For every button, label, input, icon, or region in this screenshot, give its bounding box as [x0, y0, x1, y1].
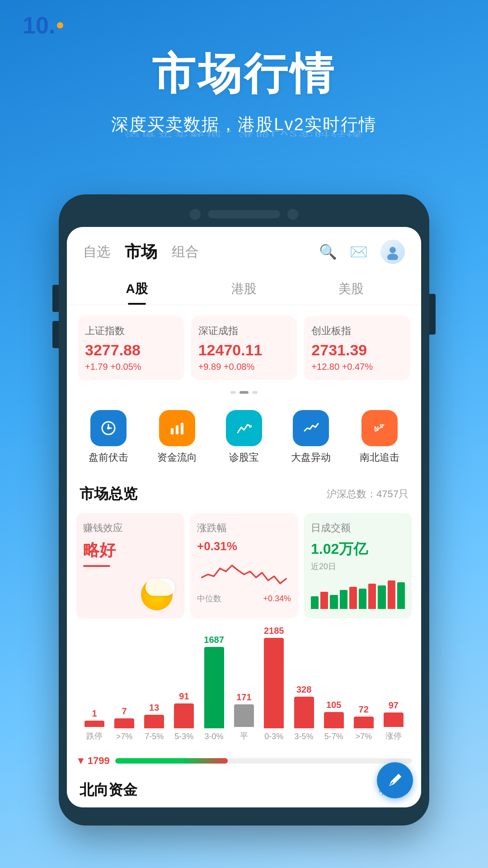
market-overview-subtitle: 沪深总数：4757只 — [327, 487, 408, 501]
market-overview-header: 市场总览 沪深总数：4757只 — [67, 477, 421, 509]
bar-label-top-5: 171 — [236, 692, 251, 703]
index-name-chinext: 创业板指 — [311, 324, 403, 338]
bar-body-2 — [144, 715, 164, 728]
vol-bar-8 — [378, 585, 385, 609]
svg-rect-4 — [171, 428, 174, 434]
power-button — [429, 294, 436, 335]
distribution-chart-section: 1跌停7>7%137-5%915-3%16873-0%171平21850-3%3… — [67, 626, 421, 750]
tool-icon-zjlx — [159, 410, 195, 446]
header-icons: 🔍 ✉️ — [319, 240, 405, 264]
logo-dot — [57, 22, 63, 28]
bar-body-1 — [114, 718, 134, 728]
fab-button[interactable] — [377, 762, 413, 798]
index-name-shenzhen: 深证成指 — [198, 324, 290, 338]
tool-nanbei[interactable]: N S 南北追击 — [360, 410, 399, 464]
vol-bar-7 — [368, 584, 376, 609]
tab-hk-shares[interactable]: 港股 — [190, 273, 297, 305]
index-value-shenzhen: 12470.11 — [198, 341, 290, 359]
tool-label-dapan: 大盘异动 — [291, 451, 331, 464]
front-sensor — [287, 209, 298, 220]
dot-2 — [239, 391, 249, 394]
tab-a-shares[interactable]: A股 — [83, 273, 190, 305]
bar-body-0 — [84, 721, 104, 727]
tool-zjlx[interactable]: 资金流向 — [157, 410, 197, 464]
bar-col-0: 1跌停 — [84, 708, 104, 741]
svg-rect-6 — [181, 423, 183, 434]
app-header: 自选 市场 组合 🔍 ✉️ — [67, 227, 421, 273]
nav-tab-portfolio[interactable]: 组合 — [172, 243, 199, 261]
tool-icon-panqian — [90, 410, 127, 446]
bar-body-8 — [324, 712, 344, 728]
phone-wrapper: 自选 市场 组合 🔍 ✉️ — [0, 194, 488, 826]
market-card-change-range[interactable]: 涨跌幅 +0.31% 中位数 +0.34% — [190, 513, 298, 618]
bar-col-1: 7>7% — [114, 706, 134, 741]
bar-body-5 — [234, 704, 254, 727]
bar-col-6: 21850-3% — [264, 626, 284, 741]
side-buttons-left — [52, 285, 59, 348]
bar-col-10: 97涨停 — [384, 700, 404, 741]
vol-bar-2 — [320, 592, 328, 609]
bar-body-7 — [294, 697, 314, 728]
index-card-shanghai[interactable]: 上证指数 3277.88 +1.79 +0.05% — [78, 316, 184, 380]
bar-label-top-2: 13 — [149, 703, 159, 713]
vol-bar-10 — [397, 582, 405, 609]
market-card-profit-effect[interactable]: 赚钱效应 略好 — [76, 513, 184, 618]
tool-zhengubao[interactable]: 诊股宝 — [226, 410, 262, 464]
tool-label-zhengubao: 诊股宝 — [229, 451, 259, 464]
bar-label-bottom-10: 涨停 — [385, 731, 402, 741]
bar-label-bottom-5: 平 — [240, 731, 248, 741]
page-dots — [67, 387, 421, 401]
dot-1 — [230, 391, 236, 394]
tool-icon-zhengubao — [226, 410, 262, 446]
index-change-shenzhen: +9.89 +0.08% — [198, 362, 290, 372]
tool-dapan[interactable]: 大盘异动 — [291, 410, 331, 464]
sun-cloud — [145, 579, 175, 596]
market-card-title-volume: 日成交额 — [311, 521, 405, 535]
bar-body-9 — [354, 717, 374, 728]
bar-label-top-10: 97 — [389, 700, 399, 711]
side-buttons-right — [429, 294, 436, 335]
index-change-shanghai: +1.79 +0.05% — [85, 362, 177, 372]
svg-point-0 — [389, 247, 396, 253]
index-change-chinext: +12.80 +0.47% — [311, 362, 403, 372]
progress-label: ▼ 1799 — [76, 755, 110, 767]
app-logo: 10. — [23, 14, 63, 37]
bar-label-top-9: 72 — [359, 704, 369, 715]
tools-row: 盘前伏击 资金流向 — [67, 401, 421, 477]
nav-tab-market[interactable]: 市场 — [125, 241, 157, 263]
svg-point-3 — [107, 427, 110, 429]
bar-label-bottom-8: 5-7% — [324, 732, 343, 741]
tool-label-panqian: 盘前伏击 — [89, 451, 128, 464]
search-icon[interactable]: 🔍 — [319, 243, 337, 260]
market-card-value-volume: 1.02万亿 — [311, 539, 405, 559]
north-capital-title: 北向资金 — [80, 780, 137, 800]
dot-3 — [252, 391, 258, 394]
index-card-shenzhen[interactable]: 深证成指 12470.11 +9.89 +0.08% — [191, 316, 297, 380]
median-row: 中位数 +0.34% — [197, 593, 291, 604]
bottom-progress: ▼ 1799 — [67, 750, 421, 771]
main-nav: 自选 市场 组合 — [83, 241, 199, 263]
bar-label-top-6: 2185 — [264, 626, 284, 636]
north-capital-section: 北向资金 明细 > — [67, 771, 421, 807]
volume-down-button — [52, 321, 59, 348]
market-card-volume[interactable]: 日成交额 1.02万亿 近20日 — [304, 513, 412, 618]
tab-us-shares[interactable]: 美股 — [298, 273, 405, 305]
index-card-chinext[interactable]: 创业板指 2731.39 +12.80 +0.47% — [304, 316, 410, 380]
volume-sub-label: 近20日 — [311, 561, 405, 572]
bar-body-10 — [384, 712, 404, 727]
bar-col-2: 137-5% — [144, 703, 164, 741]
mail-icon[interactable]: ✉️ — [350, 243, 368, 260]
avatar[interactable] — [380, 240, 405, 264]
volume-bars — [311, 577, 405, 609]
median-value: +0.34% — [263, 594, 291, 604]
stock-tabs: A股 港股 美股 — [67, 273, 421, 305]
front-camera — [190, 209, 201, 220]
progress-bar-fill — [115, 758, 228, 764]
bar-label-bottom-0: 跌停 — [86, 731, 103, 741]
tool-icon-nanbei: N S — [361, 410, 398, 446]
tool-icon-dapan — [293, 410, 329, 446]
bar-col-3: 915-3% — [174, 691, 194, 741]
nav-tab-watchlist[interactable]: 自选 — [83, 243, 110, 261]
bar-label-bottom-7: 3-5% — [295, 732, 314, 741]
tool-panqian[interactable]: 盘前伏击 — [89, 410, 128, 464]
